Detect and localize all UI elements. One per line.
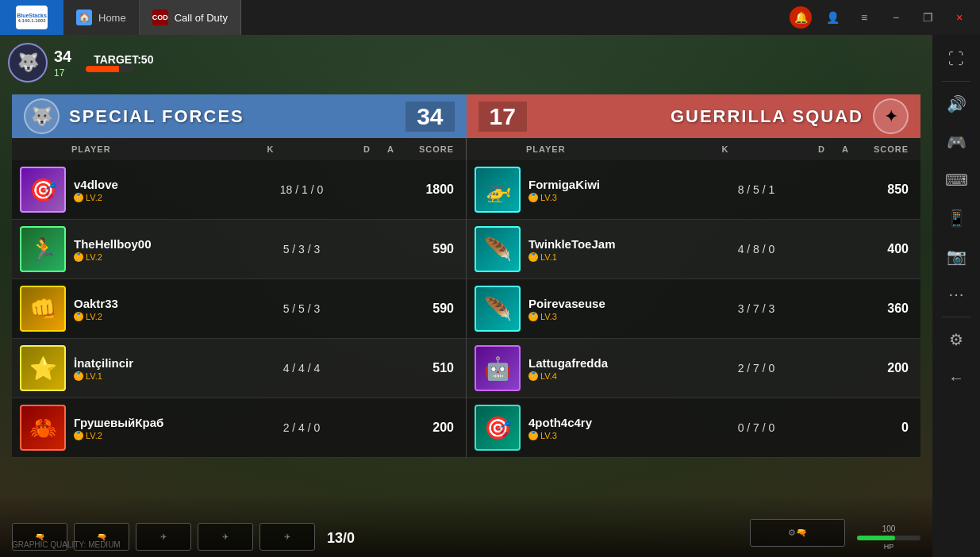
account-button[interactable]: 👤 — [818, 0, 847, 35]
level-icon: 🏅 — [74, 193, 83, 202]
main-weapon-display: ⚙🔫 — [750, 519, 845, 547]
weapon-slot-4: ✈ — [198, 523, 253, 551]
player-score: 1800 — [402, 182, 466, 197]
player-name: Poirevaseuse — [528, 297, 655, 310]
player-avatar: 🏃 — [20, 226, 66, 272]
player-info: TheHellboy00 🏅 LV.2 — [74, 237, 201, 262]
scoreboard: 🐺 SPECIAL FORCES 34 17 GUERRILLA SQUAD ✦… — [12, 94, 920, 458]
level-icon: 🏅 — [528, 431, 538, 440]
menu-button[interactable]: ≡ — [850, 0, 878, 35]
sidebar-more-icon[interactable]: ⋯ — [939, 277, 974, 312]
team-score-right: 17 — [478, 102, 527, 132]
hud-top: 🐺 34 17 TARGET:50 — [8, 43, 153, 83]
table-row: 🏃 TheHellboy00 🏅 LV.2 5 / 3 / 3 590 — [12, 220, 466, 279]
minimize-button[interactable]: − — [882, 0, 910, 35]
player-level: 🏅 LV.2 — [74, 312, 201, 321]
titlebar: BlueStacks 4.140.1.1002 🏠 Home COD Call … — [0, 0, 980, 35]
weapon-slot-3: ✈ — [136, 523, 191, 551]
team-header-left: 🐺 SPECIAL FORCES 34 — [12, 94, 467, 138]
player-score: 200 — [857, 361, 920, 375]
player-name: İnatçilincir — [74, 356, 201, 370]
team-logo-left: 🐺 — [24, 98, 60, 134]
score-sub: 17 — [54, 67, 71, 79]
weapon-slot-5: ✈ — [259, 523, 315, 551]
player-kda: 5 / 3 / 3 — [201, 243, 402, 255]
player-kda: 4 / 8 / 0 — [655, 243, 857, 255]
level-icon: 🏅 — [74, 431, 83, 440]
bs-logo-inner: BlueStacks 4.140.1.1002 — [16, 6, 48, 29]
team-logo-right: ✦ — [873, 98, 909, 134]
sidebar-divider-2 — [942, 317, 970, 317]
level-icon: 🏅 — [528, 193, 538, 202]
sidebar-mobile-icon[interactable]: 📱 — [939, 201, 974, 236]
table-row: 👊 Oaktr33 🏅 LV.2 5 / 5 / 3 590 — [12, 279, 466, 339]
restore-button[interactable]: ❐ — [913, 0, 942, 35]
tab-home[interactable]: 🏠 Home — [63, 0, 140, 35]
player-avatar: 🪶 — [475, 286, 521, 332]
player-avatar: ⭐ — [20, 345, 66, 391]
player-name: TwinkleToeJam — [528, 237, 655, 251]
hp-area: 100 HP — [857, 524, 920, 551]
player-kda: 18 / 1 / 0 — [201, 183, 402, 196]
player-score: 200 — [402, 421, 466, 435]
col-d-right: D — [809, 144, 833, 154]
player-avatar: 🤖 — [475, 345, 521, 391]
sidebar-fullscreen-icon[interactable]: ⛶ — [939, 41, 974, 76]
game-hud-bottom: 🔫 🔫 ✈ ✈ ✈ 13/0 ⚙🔫 100 HP — [0, 494, 932, 557]
team-headers: 🐺 SPECIAL FORCES 34 17 GUERRILLA SQUAD ✦ — [12, 94, 920, 138]
sidebar-keyboard-icon[interactable]: ⌨ — [939, 163, 974, 198]
sidebar-camera-icon[interactable]: 📷 — [939, 239, 974, 274]
sidebar-back-icon[interactable]: ← — [939, 360, 974, 395]
player-name: FormigaKiwi — [528, 178, 655, 191]
tab-home-label: Home — [98, 12, 126, 24]
player-kda: 4 / 4 / 4 — [201, 362, 402, 375]
col-a-right: A — [833, 144, 857, 154]
column-headers: PLAYER K D A SCORE PLAYER K D A SCORE — [12, 138, 920, 160]
table-row: ⭐ İnatçilincir 🏅 LV.1 4 / 4 / 4 510 — [12, 339, 466, 398]
col-headers-right: PLAYER K D A SCORE — [467, 138, 920, 160]
notification-button[interactable]: 🔔 — [786, 0, 815, 35]
player-level: 🏅 LV.2 — [74, 252, 201, 262]
col-score-left: SCORE — [402, 144, 466, 154]
table-row: 🎯 v4dlove 🏅 LV.2 18 / 1 / 0 1800 — [12, 160, 466, 220]
sidebar-gamepad-icon[interactable]: 🎮 — [939, 125, 974, 159]
sidebar-divider-1 — [942, 81, 970, 82]
player-level: 🏅 LV.3 — [528, 431, 655, 440]
sidebar-settings-icon[interactable]: ⚙ — [939, 322, 974, 357]
home-tab-icon: 🏠 — [76, 10, 92, 25]
player-kda: 0 / 7 / 0 — [655, 421, 857, 434]
player-name: Oaktr33 — [74, 297, 201, 310]
level-icon: 🏅 — [528, 371, 538, 381]
table-row: 🤖 Lattugafredda 🏅 LV.4 2 / 7 / 0 200 — [467, 339, 920, 398]
level-icon: 🏅 — [528, 312, 538, 321]
level-icon: 🏅 — [74, 312, 83, 321]
team-badge-left: 🐺 — [8, 43, 48, 83]
tab-call-of-duty[interactable]: COD Call of Duty — [140, 0, 241, 35]
player-level: 🏅 LV.2 — [74, 431, 201, 440]
ammo-display: 13/0 — [327, 530, 355, 551]
player-name: ГрушевыйКраб — [74, 416, 201, 429]
player-avatar: 👊 — [20, 286, 66, 332]
tab-cod-label: Call of Duty — [175, 12, 228, 24]
table-row: 🪶 TwinkleToeJam 🏅 LV.1 4 / 8 / 0 400 — [467, 220, 920, 279]
player-name: v4dlove — [74, 178, 201, 191]
close-button[interactable]: × — [945, 0, 974, 35]
col-k-left: K — [186, 144, 355, 154]
player-kda: 2 / 7 / 0 — [655, 362, 857, 375]
table-row: 🎯 4poth4c4ry 🏅 LV.3 0 / 7 / 0 0 — [467, 398, 920, 458]
sidebar-volume-icon[interactable]: 🔊 — [939, 86, 974, 121]
col-player-left: PLAYER — [12, 144, 186, 154]
player-kda: 8 / 5 / 1 — [655, 183, 857, 196]
target-progress-bar — [86, 66, 133, 72]
player-kda: 5 / 5 / 3 — [201, 302, 402, 315]
player-avatar: 🎯 — [475, 405, 521, 451]
player-name: Lattugafredda — [528, 356, 655, 370]
player-avatar: 🚁 — [475, 167, 521, 213]
cod-tab-icon: COD — [152, 10, 168, 25]
team-players-left: 🎯 v4dlove 🏅 LV.2 18 / 1 / 0 1800 🏃 TheHe… — [12, 160, 467, 458]
player-avatar: 🪶 — [475, 226, 521, 272]
team-header-right: 17 GUERRILLA SQUAD ✦ — [467, 94, 921, 138]
player-score: 850 — [857, 182, 920, 197]
col-a-left: A — [379, 144, 402, 154]
col-d-left: D — [355, 144, 379, 154]
